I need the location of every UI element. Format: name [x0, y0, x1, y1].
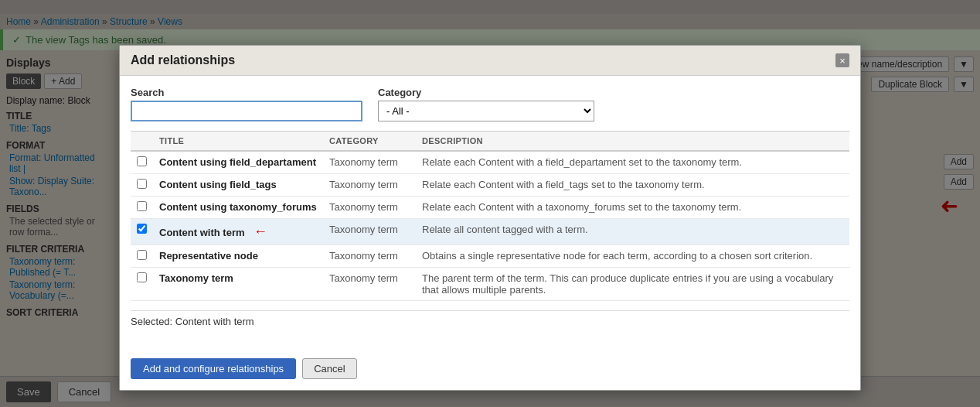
row-checkbox-2[interactable] — [137, 179, 147, 189]
search-label: Search — [131, 87, 362, 98]
modal-body: Search Category - All - Taxonomy term Co… — [120, 76, 860, 352]
search-input[interactable] — [131, 101, 362, 121]
row-checkbox-3[interactable] — [137, 201, 147, 211]
table-row: Representative node Taxonomy term Obtain… — [131, 245, 849, 268]
row-checkbox-4[interactable] — [137, 224, 147, 234]
row-category-3: Taxonomy term — [323, 197, 416, 219]
modal: Add relationships × Search Category - Al… — [119, 45, 861, 391]
row-title-4[interactable]: Content with term ← — [153, 219, 323, 245]
row-desc-1: Relate each Content with a field_departa… — [416, 151, 849, 174]
table-row: Content using taxonomy_forums Taxonomy t… — [131, 197, 849, 219]
row-title-2[interactable]: Content using field_tags — [153, 174, 323, 197]
table-row: Content with term ← Taxonomy term Relate… — [131, 219, 849, 245]
table-row: Taxonomy term Taxonomy term The parent t… — [131, 268, 849, 301]
modal-close-button[interactable]: × — [835, 53, 849, 67]
row-title-3[interactable]: Content using taxonomy_forums — [153, 197, 323, 219]
row-category-6: Taxonomy term — [323, 268, 416, 301]
row-category-5: Taxonomy term — [323, 245, 416, 268]
cancel-button[interactable]: Cancel — [302, 358, 356, 379]
row-desc-2: Relate each Content with a field_tags se… — [416, 174, 849, 197]
row-category-2: Taxonomy term — [323, 174, 416, 197]
red-arrow-icon: ← — [254, 224, 267, 239]
row-title-1[interactable]: Content using field_departament — [153, 151, 323, 174]
table-row: Content using field_tags Taxonomy term R… — [131, 174, 849, 197]
search-group: Search — [131, 87, 362, 121]
row-title-6[interactable]: Taxonomy term — [153, 268, 323, 301]
row-category-4: Taxonomy term — [323, 219, 416, 245]
row-title-5[interactable]: Representative node — [153, 245, 323, 268]
row-checkbox-6[interactable] — [137, 272, 147, 282]
row-checkbox-5[interactable] — [137, 250, 147, 260]
relationships-table: TITLE CATEGORY DESCRIPTION Content using… — [131, 131, 849, 301]
row-desc-3: Relate each Content with a taxonomy_foru… — [416, 197, 849, 219]
category-label: Category — [378, 87, 594, 98]
table-row: Content using field_departament Taxonomy… — [131, 151, 849, 174]
col-description: DESCRIPTION — [416, 132, 849, 152]
category-select[interactable]: - All - Taxonomy term Content — [378, 101, 594, 121]
row-checkbox-1[interactable] — [137, 156, 147, 166]
row-desc-4: Relate all content tagged with a term. — [416, 219, 849, 245]
row-desc-5: Obtains a single representative node for… — [416, 245, 849, 268]
col-title: TITLE — [153, 132, 323, 152]
filter-row: Search Category - All - Taxonomy term Co… — [131, 87, 849, 121]
modal-title: Add relationships — [131, 53, 235, 67]
row-category-1: Taxonomy term — [323, 151, 416, 174]
row-desc-6: The parent term of the term. This can pr… — [416, 268, 849, 301]
category-group: Category - All - Taxonomy term Content — [378, 87, 594, 121]
col-checkbox — [131, 132, 153, 152]
selected-text: Selected: Content with term — [131, 310, 849, 332]
modal-footer: Add and configure relationships Cancel — [120, 352, 860, 390]
add-configure-button[interactable]: Add and configure relationships — [131, 358, 296, 379]
col-category: CATEGORY — [323, 132, 416, 152]
modal-header: Add relationships × — [120, 46, 860, 76]
